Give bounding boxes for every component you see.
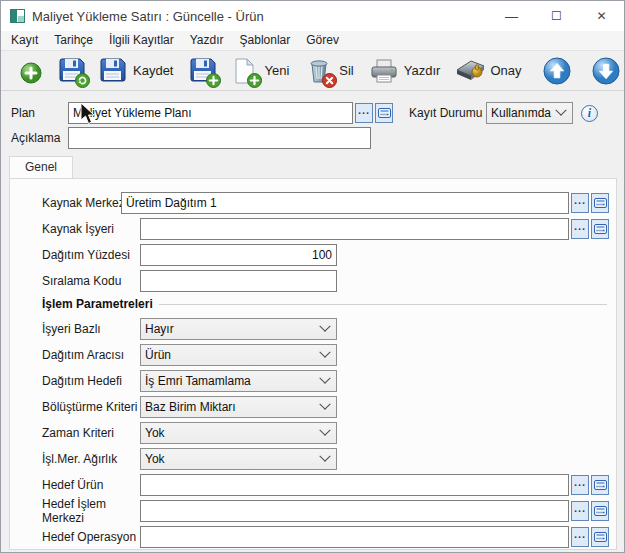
form-row-bolusturme-kriteri: Bölüştürme Kriteri Baz Birim Miktarı (42, 396, 609, 418)
floppy-refresh-icon (57, 56, 87, 86)
approve-button[interactable]: Onay (452, 54, 528, 88)
section-divider (159, 304, 607, 305)
status-label: Kayıt Durumu (409, 106, 486, 120)
menu-tarihce[interactable]: Tarihçe (46, 31, 101, 50)
delete-button[interactable]: Sil (301, 54, 360, 88)
plan-label: Plan (11, 106, 68, 120)
form-row-isyeri-bazli: İşyeri Bazlı Hayır (42, 318, 609, 340)
menu-gorev[interactable]: Görev (298, 31, 347, 50)
chevron-down-icon (555, 105, 566, 116)
dagitim-hedefi-value: İş Emri Tamamlama (145, 374, 321, 388)
minimize-button[interactable]: — (489, 1, 534, 31)
editor-icon (594, 198, 607, 208)
save-label: Kaydet (133, 63, 173, 78)
previous-record-button[interactable] (539, 54, 575, 88)
ellipsis-icon: ... (574, 530, 586, 538)
form-row-islmer-agirlik: İşl.Mer. Ağırlık Yok (42, 448, 609, 470)
kaynak-merkez-editor-button[interactable] (591, 193, 609, 213)
kaynak-isyeri-editor-button[interactable] (591, 219, 609, 239)
bolusturme-kriteri-select[interactable]: Baz Birim Miktarı (140, 396, 337, 418)
hedef-urun-input[interactable] (140, 474, 569, 496)
hedef-islem-merkezi-editor-button[interactable] (591, 501, 609, 521)
hedef-islem-merkezi-label: Hedef İşlem Merkezi (42, 497, 140, 525)
bolusturme-kriteri-label: Bölüştürme Kriteri (42, 400, 140, 414)
dagitim-yuzdesi-input[interactable] (140, 244, 337, 266)
editor-icon (594, 506, 607, 516)
hedef-operasyon-editor-button[interactable] (591, 527, 609, 547)
hedef-urun-editor-button[interactable] (591, 475, 609, 495)
kaynak-isyeri-input[interactable] (140, 218, 569, 240)
chevron-down-icon (319, 425, 330, 436)
description-input[interactable] (68, 127, 371, 149)
header-fields: Plan ... Kayıt Durumu Kullanımda i Açıkl… (1, 91, 624, 156)
save-and-new-button[interactable] (185, 54, 221, 88)
maximize-button[interactable]: ☐ (534, 1, 579, 31)
hedef-operasyon-label: Hedef Operasyon (42, 530, 140, 544)
approve-stamp-icon (455, 56, 485, 86)
hedef-islem-merkezi-lookup-button[interactable]: ... (571, 501, 589, 521)
form-row-dagitim-yuzdesi: Dağıtım Yüzdesi (42, 244, 609, 266)
dagitim-aracisi-select[interactable]: Ürün (140, 344, 337, 366)
menu-kayit[interactable]: Kayıt (3, 31, 46, 50)
approve-label: Onay (490, 63, 521, 78)
editor-icon (378, 108, 391, 118)
up-arrow-icon (542, 56, 572, 86)
form-row-kaynak-merkez: Kaynak Merkez ... (42, 192, 609, 214)
isyeri-bazli-label: İşyeri Bazlı (42, 322, 140, 336)
hedef-islem-merkezi-input[interactable] (140, 500, 569, 522)
chevron-down-icon (319, 373, 330, 384)
section-islem-parametreleri: İşlem Parametreleri (42, 296, 609, 312)
kaynak-merkez-lookup-button[interactable]: ... (571, 193, 589, 213)
editor-icon (594, 532, 607, 542)
plan-input[interactable] (68, 102, 353, 124)
save-button[interactable]: Kaydet (95, 54, 180, 88)
siralama-kodu-label: Sıralama Kodu (42, 274, 140, 288)
zaman-kriteri-label: Zaman Kriteri (42, 426, 140, 440)
form-row-dagitim-hedefi: Dağıtım Hedefi İş Emri Tamamlama (42, 370, 609, 392)
kaynak-isyeri-lookup-button[interactable]: ... (571, 219, 589, 239)
zaman-kriteri-select[interactable]: Yok (140, 422, 337, 444)
status-value: Kullanımda (491, 106, 557, 120)
description-row: Açıklama (11, 127, 624, 149)
down-arrow-icon (591, 56, 621, 86)
window-title: Maliyet Yükleme Satırı : Güncelle - Ürün (32, 9, 264, 24)
form-row-hedef-urun: Hedef Ürün ... (42, 474, 609, 496)
kaynak-merkez-input[interactable] (121, 192, 569, 214)
description-label: Açıklama (11, 131, 68, 145)
menu-bar: Kayıt Tarihçe İlgili Kayıtlar Yazdır Şab… (1, 31, 624, 50)
hedef-operasyon-input[interactable] (140, 526, 569, 548)
chevron-down-icon (319, 321, 330, 332)
new-button[interactable]: Yeni (226, 54, 296, 88)
status-select[interactable]: Kullanımda (486, 102, 573, 124)
save-refresh-button[interactable] (54, 54, 90, 88)
dagitim-hedefi-select[interactable]: İş Emri Tamamlama (140, 370, 337, 392)
menu-yazdir[interactable]: Yazdır (182, 31, 232, 50)
page-plus-icon (229, 56, 259, 86)
printer-icon (369, 56, 399, 86)
ellipsis-icon: ... (574, 196, 586, 204)
zaman-kriteri-value: Yok (145, 426, 321, 440)
plan-lookup-button[interactable]: ... (355, 103, 373, 123)
dagitim-aracisi-value: Ürün (145, 348, 321, 362)
siralama-kodu-input[interactable] (140, 270, 337, 292)
info-icon[interactable]: i (581, 105, 598, 122)
editor-icon (594, 224, 607, 234)
plan-editor-button[interactable] (375, 103, 393, 123)
floppy-plus-icon (188, 56, 218, 86)
tab-strip: Genel (1, 156, 624, 178)
islmer-agirlik-label: İşl.Mer. Ağırlık (42, 452, 140, 466)
print-button[interactable]: Yazdır (366, 54, 448, 88)
tab-panel-genel: Kaynak Merkez ... Kaynak İşyeri ... Dağı… (9, 178, 617, 550)
islmer-agirlik-select[interactable]: Yok (140, 448, 337, 470)
add-button[interactable] (13, 54, 49, 88)
hedef-urun-lookup-button[interactable]: ... (571, 475, 589, 495)
menu-sablonlar[interactable]: Şablonlar (232, 31, 299, 50)
tab-genel[interactable]: Genel (9, 156, 73, 178)
close-button[interactable]: ✕ (579, 1, 624, 31)
next-record-button[interactable] (588, 54, 624, 88)
isyeri-bazli-select[interactable]: Hayır (140, 318, 337, 340)
ellipsis-icon: ... (574, 478, 586, 486)
hedef-operasyon-lookup-button[interactable]: ... (571, 527, 589, 547)
menu-ilgili-kayitlar[interactable]: İlgili Kayıtlar (101, 31, 182, 50)
dagitim-hedefi-label: Dağıtım Hedefi (42, 374, 140, 388)
